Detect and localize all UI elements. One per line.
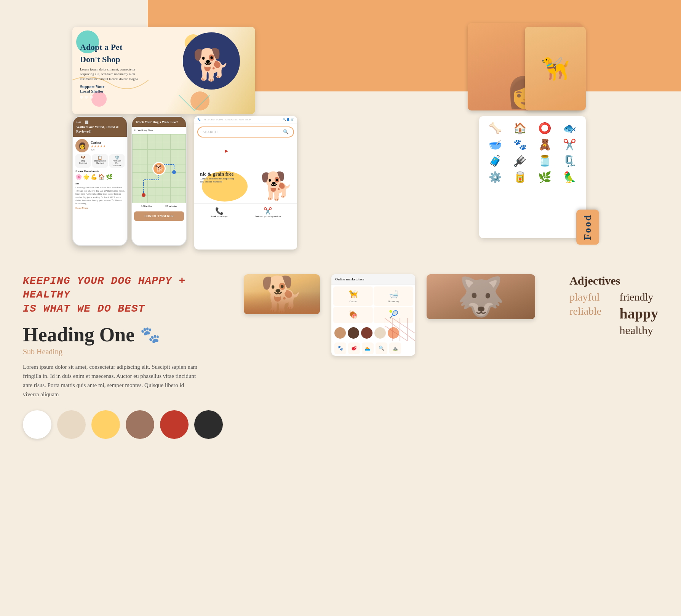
stat-box-2: 📋 Background Checked <box>92 154 107 168</box>
search-bar[interactable]: SEARCH... 🔍 <box>197 126 294 138</box>
mp-icon-d: 🔍 <box>376 342 387 354</box>
dog-face-icon: 🐕 <box>192 50 230 80</box>
svg-line-9 <box>385 326 408 341</box>
svg-line-8 <box>392 318 415 333</box>
pet-icon-collar: ⭕ <box>534 122 555 134</box>
phone1-header: 9:41 ··· ▐█ Walkers are Vetted, Tested &… <box>73 117 127 137</box>
svg-point-5 <box>142 193 145 197</box>
swatch-dark <box>194 410 223 439</box>
color-swatches <box>23 410 229 439</box>
walking-dog-photo: 🦮 <box>525 27 586 110</box>
pet-icon-food-can: 🥫 <box>510 171 531 184</box>
adopt-banner: Adopt a Pet Don't Shop Lorem ipsum dolor… <box>72 27 255 114</box>
crosshatch-overlay <box>385 318 415 341</box>
pet-icon-bear: 🧸 <box>534 138 555 151</box>
stat-box-3: 🛡️ Premium Pet Insurance <box>109 154 125 168</box>
svg-line-2 <box>179 95 194 110</box>
mc-4 <box>374 327 386 339</box>
adj-title: Adjectives <box>569 274 658 287</box>
adj-happy: happy <box>620 305 658 322</box>
swatch-cream <box>57 410 86 439</box>
pet-icon-fishbowl: 🐟 <box>559 122 580 134</box>
mp-icon-e: ⛰️ <box>389 342 401 354</box>
phone2-contact-btn[interactable]: CONTACT WALKER <box>134 211 184 221</box>
swatch-yellow <box>91 410 120 439</box>
pet-icon-bone: 🦴 <box>485 122 506 134</box>
pet-icon-bowl: 🥣 <box>485 138 506 151</box>
adopt-heading2: Don't Shop <box>80 54 141 64</box>
swatch-brown <box>126 410 154 439</box>
search-icon: 🔍 <box>283 129 289 135</box>
mc-2 <box>348 327 359 339</box>
pet-icon-dish: 🫙 <box>534 155 555 167</box>
tagline: KEEPING YOUR DOG HAPPY + HEALTHY IS WHAT… <box>23 274 229 316</box>
mp-icon-a: 🐾 <box>334 342 346 354</box>
paw-icon: 🐾 <box>140 325 160 344</box>
dog-food-site: 🐾 PET FOOD PUPPY GROOMING OUR SHOP 🔍 👤 🛒… <box>194 116 297 250</box>
marketplace-icon-4: 🎾 <box>377 310 410 319</box>
dog-food-hero: ▶ nic & grain free ...amet, consectetur … <box>194 141 297 202</box>
right-column: 🐕 Online marketplace 🦮 Grazer <box>244 274 658 439</box>
stat-box-1: 🐶 Dog Certified <box>75 154 91 168</box>
pet-icon-plant: 🌿 <box>534 171 555 184</box>
mc-3 <box>361 327 372 339</box>
pet-icon-house: 🏠 <box>510 122 531 134</box>
pet-icon-wheel: ⚙️ <box>485 171 506 184</box>
marketplace-item-1: 🦮 Grazer <box>333 286 373 306</box>
dog-circle: 🐕 <box>183 32 240 90</box>
adopt-text: Adopt a Pet Don't Shop Lorem ipsum dolor… <box>80 42 141 99</box>
adopt-heading: Adopt a Pet <box>80 42 141 52</box>
footer-icon-2: ✂️ Book our grooming services <box>255 207 281 218</box>
marketplace-item-3: 🍖 <box>333 307 373 323</box>
adjectives-section: Adjectives playful friendly reliable hap… <box>569 274 658 337</box>
photo-dog-running: 🐕 <box>244 274 320 314</box>
dots-row <box>80 96 141 99</box>
pet-icons-grid: 🦴 🏠 ⭕ 🐟 🥣 🐾 🧸 ✂️ 🧳 🪮 🫙 🗜️ ⚙️ 🥫 🌿 🦜 <box>479 116 586 238</box>
dog-food-nav: 🐾 PET FOOD PUPPY GROOMING OUR SHOP 🔍 👤 🛒 <box>194 116 297 123</box>
marketplace-icon-row-2: 🐾 🥩 🏊 🔍 ⛰️ <box>331 341 415 356</box>
adj-healthy: healthy <box>620 324 658 337</box>
bottom-section: KEEPING YOUR DOG HAPPY + HEALTHY IS WHAT… <box>23 270 658 439</box>
sub-heading: Sub Heading <box>23 347 229 356</box>
phone2-map: 🐕 <box>132 134 186 203</box>
footer-icon-1: 📞 Speak to our expert <box>211 207 229 218</box>
marketplace-header: Online marketplace <box>331 274 415 285</box>
svg-line-3 <box>194 95 209 110</box>
mp-icon-b: 🥩 <box>348 342 360 354</box>
swatch-red <box>160 410 189 439</box>
heading-one: Heading One 🐾 <box>23 323 229 346</box>
pet-icon-paw: 🐾 <box>510 138 531 151</box>
marketplace-color-row <box>331 325 415 341</box>
pet-icon-birdcage: 🦜 <box>559 171 580 184</box>
mood-board: Adopt a Pet Don't Shop Lorem ipsum dolor… <box>23 23 658 259</box>
phone1-avatar: 👩 <box>75 139 89 152</box>
phone2-header: Track Your Dog's Walk Live! <box>132 117 186 127</box>
mc-1 <box>334 327 346 339</box>
marketplace-icon-3: 🍖 <box>336 310 370 319</box>
body-text: Lorem ipsum dolor sit amet, consectetur … <box>23 362 198 399</box>
marketplace-icon-2: 🛁 <box>377 290 410 299</box>
adopt-body: Lorem ipsum dolor sit amet, consectetur … <box>80 67 141 82</box>
big-dog-img: 🐕 <box>260 170 293 202</box>
pet-icon-cage: 🗜️ <box>559 155 580 167</box>
left-column: KEEPING YOUR DOG HAPPY + HEALTHY IS WHAT… <box>23 274 229 439</box>
marketplace-item-2: 🛁 Grooming <box>374 286 413 306</box>
pet-icon-scissors: ✂️ <box>559 138 580 151</box>
phone-mockup-1: 9:41 ··· ▐█ Walkers are Vetted, Tested &… <box>72 116 128 246</box>
pet-icon-comb: 🪮 <box>510 155 531 167</box>
food-label: Food <box>576 210 599 245</box>
bottom-right-area: 🐕 Online marketplace 🦮 Grazer <box>244 274 658 356</box>
phone2-stats: 0.06 miles 25 minutes <box>132 203 186 210</box>
phone1-body: 👩 Carina ★★★★★ 826 🐶 Dog Certified <box>73 137 127 211</box>
adj-grid: playful friendly reliable happy healthy <box>569 291 658 337</box>
adj-reliable: reliable <box>569 305 608 322</box>
phone-mockup-2: Track Your Dog's Walk Live! ≡ Walking No… <box>131 116 187 246</box>
adopt-support: Support Your Local Shelter <box>80 84 141 93</box>
site-footer-icons: 📞 Speak to our expert ✂️ Book our groomi… <box>194 203 297 221</box>
hero-dog-text: nic & grain free ...amet, consectetur ad… <box>200 171 238 183</box>
marketplace-icon-1: 🦮 <box>336 290 370 299</box>
map-dog-pin: 🐕 <box>152 162 166 175</box>
adj-playful: playful <box>569 291 608 303</box>
photo-wolf-dog: 🐺 <box>427 274 535 319</box>
phone2-status: ≡ Walking Now <box>132 127 186 134</box>
